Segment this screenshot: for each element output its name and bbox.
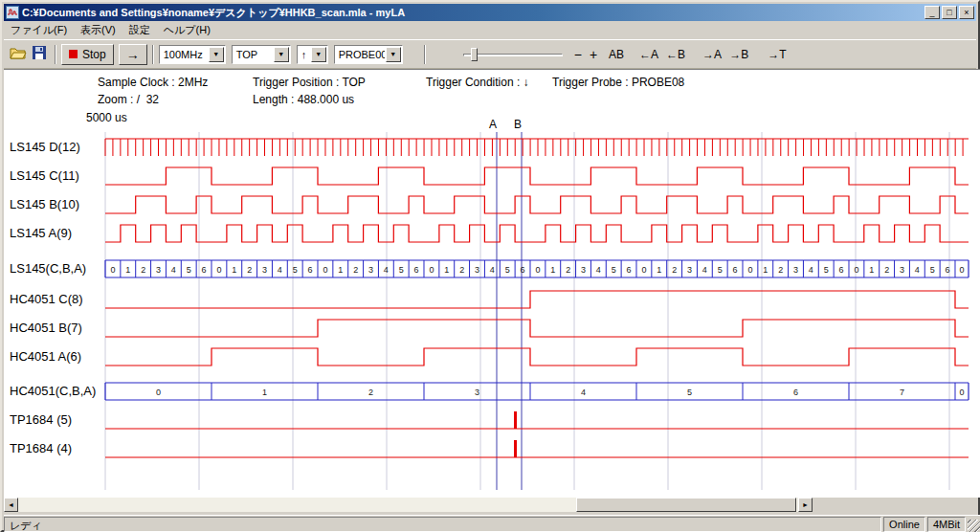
svg-text:5: 5 (399, 265, 404, 275)
svg-text:5: 5 (505, 265, 510, 275)
floppy-disk-icon (33, 46, 46, 62)
svg-text:4: 4 (581, 388, 586, 397)
trigger-edge-select[interactable]: ↑ ▼ (297, 45, 328, 64)
svg-text:5000 us: 5000 us (86, 111, 127, 124)
probe-select[interactable]: PROBE00 ▼ (334, 45, 403, 64)
resize-grip-icon[interactable] (968, 520, 980, 532)
zoom-slider-groove (463, 54, 563, 56)
svg-text:2: 2 (459, 265, 464, 275)
chevron-down-icon: ▼ (311, 47, 326, 62)
set-marker-a-button[interactable]: →A (699, 46, 725, 63)
sample-clock-info: Sample Clock : 2MHz (98, 76, 208, 89)
svg-text:2: 2 (672, 265, 677, 275)
chevron-down-icon: ▼ (386, 47, 401, 62)
svg-text:0: 0 (747, 265, 752, 275)
svg-text:5: 5 (187, 265, 191, 275)
zoom-slider[interactable] (463, 46, 563, 63)
svg-text:3: 3 (581, 265, 586, 275)
save-button[interactable] (29, 44, 50, 65)
svg-text:3: 3 (368, 265, 373, 275)
goto-trigger-button[interactable]: →T (764, 46, 790, 63)
svg-text:0: 0 (641, 265, 646, 275)
svg-text:2: 2 (566, 265, 570, 275)
chevron-down-icon: ▼ (209, 47, 224, 62)
svg-text:6: 6 (839, 265, 844, 275)
svg-text:6: 6 (521, 265, 525, 275)
app-icon (6, 6, 19, 19)
set-marker-b-button[interactable]: →B (725, 46, 752, 63)
app-window: C:¥Documents and Settings¥noname¥デスクトップ¥… (0, 0, 980, 532)
svg-text:3: 3 (156, 265, 161, 275)
goto-marker-b-button[interactable]: ←B (662, 46, 689, 63)
svg-text:3: 3 (687, 265, 692, 275)
svg-text:4: 4 (915, 265, 920, 275)
svg-text:LS145(C,B,A): LS145(C,B,A) (10, 261, 86, 276)
svg-text:4: 4 (171, 265, 176, 275)
svg-text:1: 1 (763, 265, 768, 275)
svg-text:2: 2 (778, 265, 783, 275)
menu-view[interactable]: 表示(V) (74, 21, 122, 39)
svg-text:1: 1 (262, 388, 267, 397)
zoom-in-button[interactable]: + (586, 45, 601, 64)
horizontal-scrollbar[interactable]: ◄ ► (4, 498, 813, 512)
svg-text:3: 3 (900, 265, 904, 275)
goto-marker-a-button[interactable]: ←A (635, 46, 662, 63)
svg-text:1: 1 (657, 265, 661, 275)
waveform-area[interactable]: 5000 usABLS145 D(12)LS145 C(11)LS145 B(1… (4, 109, 980, 496)
close-button[interactable]: × (959, 6, 974, 19)
svg-text:1: 1 (550, 265, 555, 275)
scroll-left-button[interactable]: ◄ (4, 498, 18, 512)
status-memory-badge: 4MBit (927, 517, 966, 532)
svg-text:2: 2 (353, 265, 358, 275)
svg-text:0: 0 (216, 265, 221, 275)
sample-clock-select[interactable]: 100MHz ▼ (159, 45, 226, 64)
zoom-out-button[interactable]: − (570, 45, 586, 64)
svg-text:3: 3 (793, 265, 798, 275)
menu-settings[interactable]: 設定 (122, 21, 157, 39)
svg-text:B: B (514, 118, 522, 131)
svg-text:6: 6 (308, 265, 313, 275)
maximize-button[interactable]: □ (942, 6, 957, 19)
svg-text:LS145 D(12): LS145 D(12) (10, 140, 80, 154)
menu-file[interactable]: ファイル(F) (4, 21, 74, 39)
ab-markers-button[interactable]: AB (605, 46, 628, 63)
status-online-badge: Online (883, 517, 925, 532)
toolbar-separator (152, 45, 154, 64)
svg-text:3: 3 (475, 388, 479, 397)
stop-button[interactable]: Stop (61, 44, 114, 65)
svg-text:2: 2 (141, 265, 145, 275)
zoom-slider-thumb[interactable] (471, 48, 478, 61)
svg-text:3: 3 (262, 265, 267, 275)
svg-text:4: 4 (278, 265, 282, 275)
minimize-button[interactable]: _ (924, 6, 940, 19)
scroll-right-button[interactable]: ► (798, 498, 813, 512)
svg-text:6: 6 (793, 388, 798, 397)
trigger-probe-info: Trigger Probe : PROBE08 (552, 76, 684, 89)
run-button[interactable]: → (119, 44, 147, 65)
svg-text:4: 4 (702, 265, 707, 275)
window-title: C:¥Documents and Settings¥noname¥デスクトップ¥… (22, 6, 923, 20)
trigger-position-select[interactable]: TOP ▼ (232, 45, 291, 64)
trigger-position-info: Trigger Position : TOP (253, 76, 366, 89)
status-ready: レディ (4, 517, 881, 532)
chevron-down-icon: ▼ (274, 47, 289, 62)
svg-text:0: 0 (429, 265, 434, 275)
svg-text:5: 5 (612, 265, 616, 275)
svg-text:HC4051 A(6): HC4051 A(6) (10, 349, 81, 364)
svg-text:0: 0 (959, 388, 964, 397)
status-bar: レディ Online 4MBit (4, 515, 980, 532)
svg-text:LS145 C(11): LS145 C(11) (10, 168, 79, 183)
svg-text:5: 5 (293, 265, 298, 275)
svg-text:6: 6 (627, 265, 632, 275)
svg-text:A: A (489, 118, 497, 131)
svg-text:HC4051(C,B,A): HC4051(C,B,A) (10, 384, 96, 398)
svg-text:6: 6 (414, 265, 419, 275)
scrollbar-thumb[interactable] (576, 498, 796, 512)
menu-help[interactable]: ヘルプ(H) (157, 21, 217, 39)
svg-text:4: 4 (490, 265, 495, 275)
waveform-panel[interactable]: 5000 usABLS145 D(12)LS145 C(11)LS145 B(1… (4, 109, 980, 496)
trigger-condition-info: Trigger Condition : ↓ (426, 76, 529, 89)
svg-text:1: 1 (338, 265, 343, 275)
open-file-button[interactable] (8, 44, 29, 65)
svg-text:3: 3 (475, 265, 479, 275)
